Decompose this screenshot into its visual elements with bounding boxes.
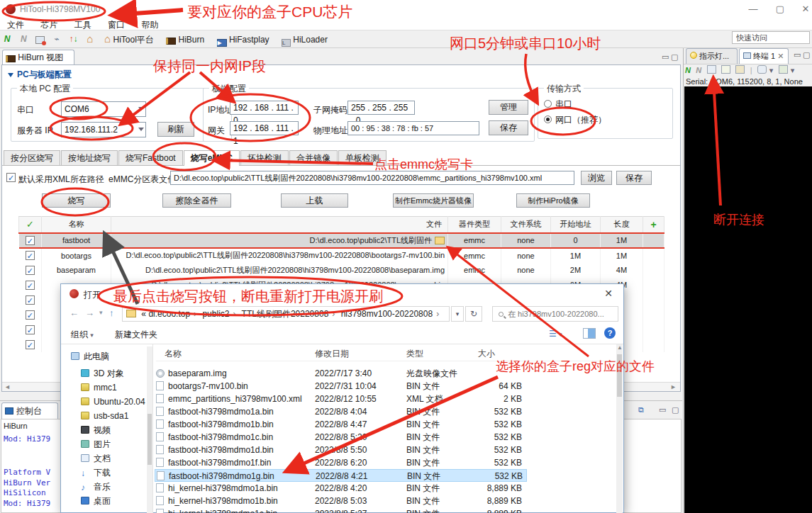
- tab-burn-address[interactable]: 按地址烧写: [61, 150, 118, 166]
- open-console-icon[interactable]: ⧉: [638, 405, 644, 415]
- file-row-selected[interactable]: fastboot-hi3798mdmo1g.bin2022/8/8 4:21BI…: [155, 469, 527, 482]
- settings-icon[interactable]: [757, 65, 767, 74]
- col-filesystem[interactable]: 文件系统: [501, 217, 551, 233]
- scroll-left-icon[interactable]: ◄: [4, 383, 11, 390]
- transfer-icon[interactable]: ↑↓: [67, 33, 79, 45]
- preview-pane-icon[interactable]: [583, 328, 596, 339]
- table-row[interactable]: ✓ bootargs D:\dl.ecoo.top\public2\TTL线刷固…: [19, 248, 664, 263]
- close-button[interactable]: ✕: [795, 3, 812, 16]
- sidebar-item-usb-sda1[interactable]: usb-sda1: [81, 409, 128, 423]
- network-radio-label[interactable]: 网口（推荐）: [555, 114, 606, 126]
- file-col-name[interactable]: 名称: [165, 348, 182, 360]
- partition-table-path-input[interactable]: D:\dl.ecoo.top\public2\TTL线刷固件20220808\h…: [170, 171, 574, 185]
- file-row[interactable]: hi_kernel-hi3798mdmo1c.bin2022/8/8 5:27B…: [155, 507, 527, 513]
- sidebar-item-this-pc[interactable]: 此电脑: [71, 349, 109, 363]
- command-input-icon[interactable]: [707, 65, 716, 74]
- back-icon[interactable]: ←: [69, 308, 79, 318]
- file-row[interactable]: fastboot-hi3798mdmo1d.bin2022/8/8 5:50BI…: [155, 444, 527, 456]
- tab-indicator-light[interactable]: 指示灯...: [686, 48, 738, 64]
- burn-button[interactable]: 烧写: [42, 193, 111, 208]
- scroll-up-icon[interactable]: ▲: [617, 344, 623, 351]
- file-row[interactable]: hi_kernel-hi3798mdmo1b.bin2022/8/8 5:03B…: [155, 495, 527, 507]
- sidebar-item-desktop[interactable]: 桌面: [81, 494, 111, 508]
- file-row[interactable]: fastboot-hi3798mdmo1a.bin2022/8/8 4:04BI…: [155, 405, 527, 418]
- erase-all-button[interactable]: 擦除全器件: [162, 193, 231, 208]
- recent-locations-icon[interactable]: ▾: [99, 309, 103, 316]
- save-board-button[interactable]: 保存: [489, 120, 528, 135]
- row-checkbox[interactable]: ✓: [26, 295, 35, 305]
- add-row-icon[interactable]: +: [650, 219, 656, 230]
- row-checkbox[interactable]: ✓: [26, 266, 35, 275]
- hifastplay-button[interactable]: ▶ HiFastplay: [212, 31, 274, 48]
- row-checkbox[interactable]: ✓: [26, 236, 35, 245]
- quick-access-input[interactable]: [732, 31, 810, 44]
- hiburn-button[interactable]: HiBurn: [161, 31, 209, 48]
- refresh-icon[interactable]: ↻: [465, 306, 482, 322]
- tab-console[interactable]: 控制台: [1, 402, 58, 419]
- hiloader-button[interactable]: L HiLoader: [277, 31, 333, 48]
- breadcrumb-item[interactable]: public2: [202, 309, 229, 319]
- tab-hiburn-view[interactable]: HiBurn 视图: [2, 50, 74, 65]
- file-row[interactable]: fastboot-hi3798mdmo1f.bin2022/8/8 6:20BI…: [155, 456, 527, 469]
- search-input[interactable]: 在 hi3798mv100-2022080...: [492, 306, 618, 322]
- refresh-button[interactable]: 刷新: [157, 122, 194, 137]
- copy-icon[interactable]: [721, 65, 730, 74]
- file-row[interactable]: fastboot-hi3798mdmo1c.bin2022/8/8 5:20BI…: [155, 431, 527, 444]
- table-row[interactable]: ✓ baseparam D:\dl.ecoo.top\public2\TTL线刷…: [19, 263, 664, 278]
- tab-burn-fastboot[interactable]: 烧写Fastboot: [118, 150, 183, 166]
- subnet-mask-input[interactable]: 255 . 255 . 255 . 0: [347, 101, 415, 115]
- hitool-platform-button[interactable]: ⌂ HiTool平台: [99, 30, 159, 47]
- disconnect-icon[interactable]: N: [17, 33, 30, 45]
- col-name[interactable]: 名称: [42, 217, 111, 233]
- file-row[interactable]: baseparam.img2022/7/17 3:40光盘映像文件: [155, 367, 527, 380]
- dialog-close-icon[interactable]: ✕: [599, 286, 618, 300]
- file-browse-icon[interactable]: [435, 237, 445, 244]
- make-hipro-image-button[interactable]: 制作HiPro镜像: [516, 193, 590, 208]
- file-col-type[interactable]: 类型: [406, 348, 423, 360]
- file-row[interactable]: bootargs7-mv100.bin2022/7/31 10:04BIN 文件…: [155, 380, 527, 393]
- panel-maximize-icon[interactable]: ▢: [803, 50, 810, 60]
- help-icon[interactable]: ?: [604, 327, 616, 339]
- section-pc-board-config[interactable]: PC与板端配置: [8, 69, 72, 81]
- plug-icon[interactable]: ⌁: [50, 33, 63, 45]
- row-checkbox[interactable]: ✓: [26, 325, 35, 334]
- row-checkbox[interactable]: ✓: [26, 310, 35, 320]
- row-checkbox[interactable]: ✓: [26, 340, 35, 349]
- forward-icon[interactable]: →: [85, 308, 94, 318]
- serial-radio-label[interactable]: 串口: [555, 98, 572, 111]
- sidebar-item-mmc1[interactable]: mmc1: [81, 380, 117, 395]
- sidebar-item-videos[interactable]: 视频: [81, 423, 111, 437]
- view-minimize-icon[interactable]: ▭: [662, 52, 669, 62]
- file-row[interactable]: fastboot-hi3798mdmo1b.bin2022/8/8 4:47BI…: [155, 418, 527, 431]
- new-terminal-icon[interactable]: [779, 65, 788, 74]
- breadcrumb-dropdown-icon[interactable]: ▾: [451, 306, 464, 322]
- manage-button[interactable]: 管理: [489, 100, 528, 115]
- sidebar-item-documents[interactable]: 文档: [81, 451, 111, 466]
- tab-bad-block[interactable]: 坏块检测: [240, 150, 289, 166]
- file-col-size[interactable]: 大小: [478, 348, 495, 360]
- tab-merge-image[interactable]: 合并镜像: [289, 150, 338, 166]
- gateway-input[interactable]: 192 . 168 . 111 . 1: [230, 121, 299, 135]
- browse-button[interactable]: 浏览: [581, 171, 612, 185]
- tab-board-check[interactable]: 单板检测: [338, 150, 386, 166]
- view-mode-icon[interactable]: ☰ ▾: [549, 329, 562, 339]
- network-radio[interactable]: [544, 115, 552, 123]
- sidebar-item-ubuntu[interactable]: Ubuntu-20.04 (: [81, 395, 150, 409]
- file-list-scrollbar[interactable]: ▲: [616, 344, 623, 513]
- console-maximize-icon[interactable]: ▢: [672, 405, 679, 415]
- minimize-button[interactable]: —: [743, 3, 764, 16]
- use-xml-path-label[interactable]: 默认采用XML所在路径: [18, 174, 104, 186]
- config-icon[interactable]: [34, 33, 47, 45]
- organize-button[interactable]: 组织 ▾: [71, 329, 94, 341]
- file-row[interactable]: emmc_partitions_hi3798mv100.xml2022/8/12…: [155, 393, 527, 405]
- table-row[interactable]: ✓ fastboot D:\dl.ecoo.top\public2\TTL线刷固…: [19, 233, 664, 248]
- col-length[interactable]: 长度: [601, 217, 643, 233]
- connect-icon[interactable]: N: [685, 65, 691, 76]
- board-ip-input[interactable]: 192 . 168 . 111 . 0: [230, 101, 299, 115]
- scroll-lock-icon[interactable]: [735, 65, 745, 74]
- panel-minimize-icon[interactable]: ▭: [794, 50, 801, 60]
- breadcrumb-item[interactable]: hi3798mv100-20220808: [341, 309, 433, 319]
- col-device-type[interactable]: 器件类型: [448, 217, 501, 233]
- disconnect-icon[interactable]: N: [696, 65, 701, 76]
- row-checkbox[interactable]: ✓: [26, 281, 35, 290]
